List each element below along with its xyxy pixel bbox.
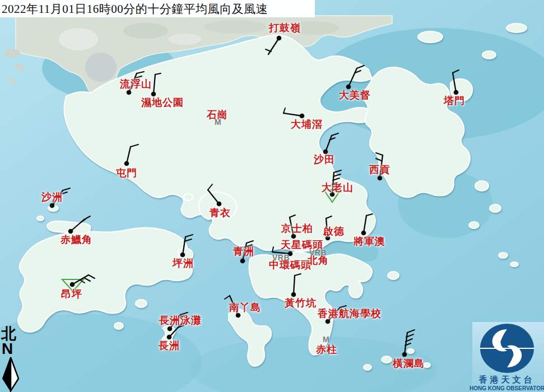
wind-barb-staff — [129, 73, 137, 92]
wind-barb-tick — [180, 312, 188, 315]
hko-logo: 香港天文台 HONG KONG OBSERVATORY — [469, 323, 544, 391]
wind-barb-staff — [294, 276, 295, 295]
wind-barb-tick — [63, 188, 70, 190]
north-arrow-icon — [1, 356, 20, 392]
wind-barb-staff — [404, 333, 407, 354]
wind-barb-staff — [268, 38, 279, 54]
wind-barb-layer — [0, 0, 544, 392]
wind-barb-tick — [334, 170, 341, 172]
wind-barb-tick — [208, 184, 212, 190]
station-marker — [68, 229, 73, 234]
wind-barb-staff — [127, 147, 131, 164]
hko-logo-en: HONG KONG OBSERVATORY — [469, 385, 544, 391]
station-marker — [288, 251, 293, 256]
map-title: 2022年11月01日16時00分的十分鐘平均風向及風速 — [0, 1, 268, 17]
station-marker — [361, 231, 366, 236]
wind-barb-tick — [333, 174, 341, 176]
wind-barb-tick — [137, 72, 144, 73]
wind-barb-tick — [357, 66, 364, 68]
station-marker — [330, 192, 335, 197]
north-compass: 北 N — [1, 326, 21, 392]
wind-barb-tick — [136, 76, 142, 78]
station-marker — [236, 313, 241, 318]
hko-logo-icon — [479, 323, 535, 374]
wind-barb-staff — [380, 155, 383, 178]
wind-barb-staff — [208, 190, 219, 204]
station-marker — [277, 36, 282, 41]
weather-map: 打鼓嶺流浮山濕地公園石崗M大美督塔門大埔滘沙田屯門西貢大老山沙洲青衣赤鱲角京士柏… — [0, 0, 544, 392]
station-marker — [291, 292, 296, 297]
wind-barb-staff — [183, 237, 185, 255]
wind-barb-tick — [247, 241, 253, 243]
wind-barb-tick — [283, 108, 285, 113]
map-title-bar: 2022年11月01日16時00分的十分鐘平均風向及風速 — [0, 0, 315, 17]
wind-barb-tick — [290, 215, 295, 217]
station-marker — [346, 85, 351, 90]
station-marker — [291, 234, 296, 239]
station-marker — [124, 161, 129, 166]
wind-barb-tick — [84, 278, 90, 281]
wind-barb-tick — [453, 70, 459, 73]
wind-barb-staff — [290, 217, 294, 236]
station-marker — [70, 282, 75, 287]
wind-barb-staff — [230, 296, 238, 315]
station-marker — [127, 90, 132, 95]
wind-barb-staff — [154, 74, 155, 94]
compass-north-letter: N — [2, 342, 21, 356]
station-marker — [323, 150, 328, 155]
wind-barb-staff — [328, 307, 340, 321]
wind-barb-tick — [155, 73, 161, 74]
station-marker — [454, 90, 459, 95]
wind-barb-tick — [376, 158, 382, 161]
wind-barb-tick — [376, 153, 383, 155]
station-marker — [300, 114, 305, 119]
station-marker — [326, 319, 331, 324]
wind-barb-tick — [272, 247, 273, 252]
wind-barb-staff — [52, 190, 63, 206]
compass-north-cjk: 北 — [1, 326, 21, 342]
wind-barb-staff — [453, 73, 456, 92]
station-marker — [180, 253, 185, 258]
station-marker — [402, 352, 407, 357]
wind-barb-staff — [326, 218, 328, 238]
station-marker — [168, 326, 173, 332]
station-marker — [378, 176, 383, 181]
wind-barb-staff — [283, 113, 302, 116]
wind-barb-tick — [185, 235, 193, 237]
station-marker — [50, 203, 55, 208]
wind-barb-tick — [366, 214, 373, 216]
wind-barb-tick — [407, 330, 415, 333]
wind-barb-tick — [131, 144, 138, 147]
wind-barb-staff — [348, 68, 357, 87]
station-marker — [326, 236, 331, 241]
station-marker — [167, 335, 172, 340]
hko-logo-cjk: 香港天文台 — [469, 375, 544, 385]
station-marker — [151, 92, 156, 97]
wind-barb-tick — [181, 322, 188, 324]
station-marker — [240, 259, 245, 264]
wind-barb-staff — [272, 252, 290, 254]
wind-barb-tick — [89, 275, 95, 278]
wind-barb-tick — [340, 306, 346, 307]
wind-barb-staff — [243, 243, 247, 261]
wind-barb-tick — [332, 133, 338, 136]
wind-barb-tick — [225, 296, 230, 299]
wind-barb-staff — [326, 136, 332, 152]
station-marker — [217, 202, 222, 207]
wind-barb-tick — [295, 274, 301, 276]
wind-barb-staff — [364, 216, 366, 233]
wind-barb-tick — [326, 216, 332, 218]
